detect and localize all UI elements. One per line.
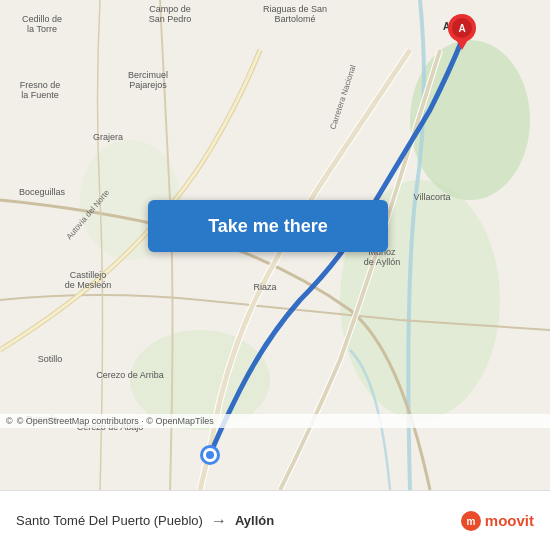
svg-text:la Torre: la Torre (27, 24, 57, 34)
svg-text:Castillejo: Castillejo (70, 270, 107, 280)
bottom-bar: Santo Tomé Del Puerto (Pueblo) → Ayllón … (0, 490, 550, 550)
copyright-text: © OpenStreetMap contributors · © OpenMap… (17, 416, 214, 426)
svg-text:A: A (458, 23, 465, 34)
svg-text:la Fuente: la Fuente (21, 90, 59, 100)
svg-text:Villacorta: Villacorta (414, 192, 451, 202)
moovit-logo-icon: m (461, 511, 481, 531)
svg-text:Grajera: Grajera (93, 132, 123, 142)
svg-text:Campo de: Campo de (149, 4, 191, 14)
moovit-text: moovit (485, 512, 534, 529)
svg-text:Riaza: Riaza (253, 282, 276, 292)
svg-text:Cerezo de Arriba: Cerezo de Arriba (96, 370, 164, 380)
svg-text:Bartolomé: Bartolomé (274, 14, 315, 24)
take-me-there-button[interactable]: Take me there (148, 200, 388, 252)
svg-text:Sotillo: Sotillo (38, 354, 63, 364)
svg-point-37 (206, 451, 214, 459)
svg-text:de Ayllón: de Ayllón (364, 257, 400, 267)
svg-text:San Pedro: San Pedro (149, 14, 192, 24)
svg-text:m: m (466, 516, 475, 527)
svg-point-2 (410, 40, 530, 200)
svg-text:Pajarejos: Pajarejos (129, 80, 167, 90)
map-container: Autovía del Norte Carretera Nacional Ced… (0, 0, 550, 490)
svg-text:Boceguillas: Boceguillas (19, 187, 66, 197)
copyright-symbol: © (6, 416, 13, 426)
svg-text:Riaguas de San: Riaguas de San (263, 4, 327, 14)
origin-text: Santo Tomé Del Puerto (Pueblo) (16, 513, 203, 528)
arrow-icon: → (211, 512, 227, 530)
copyright-bar: © © OpenStreetMap contributors · © OpenM… (0, 414, 550, 428)
svg-text:Cedillo de: Cedillo de (22, 14, 62, 24)
svg-text:Bercimuel: Bercimuel (128, 70, 168, 80)
route-info: Santo Tomé Del Puerto (Pueblo) → Ayllón (16, 512, 461, 530)
destination-text: Ayllón (235, 513, 274, 528)
moovit-logo: m moovit (461, 511, 534, 531)
svg-text:Fresno de: Fresno de (20, 80, 61, 90)
svg-text:de Mesleón: de Mesleón (65, 280, 112, 290)
